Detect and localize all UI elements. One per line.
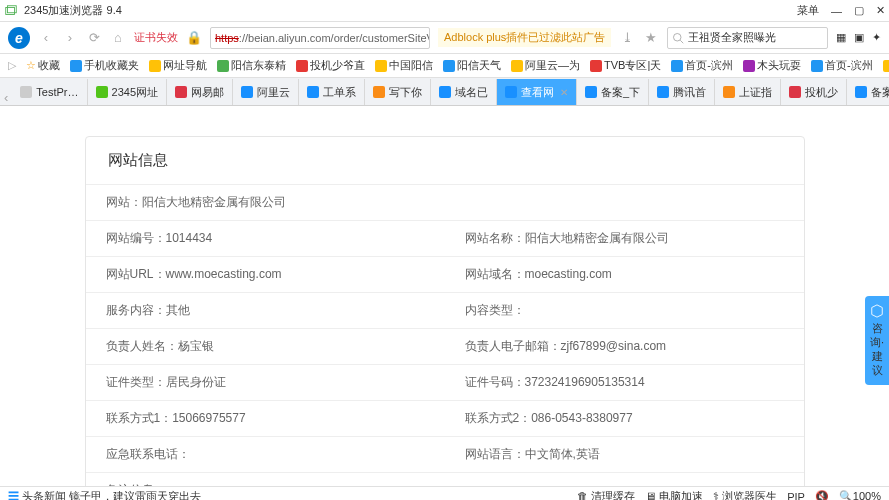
sparkle-icon[interactable]: ✦	[872, 31, 881, 44]
tab-label: TestPr…	[36, 86, 78, 98]
home-button[interactable]: ⌂	[110, 30, 126, 45]
url-input[interactable]: https://beian.aliyun.com/order/customerS…	[210, 27, 430, 49]
tab-label: 写下你	[389, 85, 422, 100]
help-float-button[interactable]: 咨询·建议	[865, 296, 889, 385]
tab-favicon	[585, 86, 597, 98]
tab-favicon	[723, 86, 735, 98]
news-icon[interactable]: ☰ 头条新闻	[8, 490, 66, 500]
reload-button[interactable]: ⟳	[86, 30, 102, 45]
pip-toggle[interactable]: PIP	[787, 491, 805, 501]
tab-label: 网易邮	[191, 85, 224, 100]
search-icon	[672, 32, 684, 44]
grid-icon[interactable]: ▦	[836, 31, 846, 44]
close-button[interactable]: ✕	[876, 4, 885, 17]
browser-tab[interactable]: 工单系	[299, 79, 365, 105]
phone2: 联系方式2：086-0543-8380977	[445, 401, 804, 436]
browser-tab[interactable]: 备案_下	[577, 79, 649, 105]
bookmark-item[interactable]: 阿里云—为	[511, 58, 580, 73]
browser-tab[interactable]: 查看网✕	[497, 79, 577, 105]
window-title: 2345加速浏览器 9.4	[24, 3, 122, 18]
id-number: 证件号码：372324196905135314	[445, 365, 804, 400]
mute-icon[interactable]: 🔇	[815, 490, 829, 500]
tabs-scroll-left[interactable]: ‹	[0, 90, 12, 105]
tab-favicon	[373, 86, 385, 98]
bookmark-item[interactable]: 中国阳信	[375, 58, 433, 73]
menu-link[interactable]: 菜单	[797, 3, 819, 18]
cube-icon	[870, 304, 884, 318]
browser-tab[interactable]: 2345网址	[88, 79, 167, 105]
tab-favicon	[20, 86, 32, 98]
bookmark-item[interactable]: TVB专区|天	[590, 58, 661, 73]
bookmark-item[interactable]: 手机收藏夹	[70, 58, 139, 73]
emergency-phone: 应急联系电话：	[86, 437, 445, 472]
tab-favicon	[855, 86, 867, 98]
site-lang: 网站语言：中文简体,英语	[445, 437, 804, 472]
bookmark-item[interactable]: 首页-滨州	[671, 58, 733, 73]
download-icon[interactable]: ⤓	[619, 30, 635, 45]
tab-label: 查看网	[521, 85, 554, 100]
browser-logo-icon[interactable]: e	[8, 27, 30, 49]
ext-icon[interactable]: ▣	[854, 31, 864, 44]
site-info-card: 网站信息 网站：阳信大地精密金属有限公司 网站编号：1014434网站名称：阳信…	[85, 136, 805, 486]
remarks: 备注信息：	[86, 473, 804, 486]
browser-doctor[interactable]: ⚕ 浏览器医生	[713, 489, 777, 500]
help-float-label: 咨询·建议	[869, 321, 885, 377]
tab-label: 腾讯首	[673, 85, 706, 100]
restore-icon[interactable]	[4, 4, 18, 18]
bookmark-item[interactable]: 阳信东泰精	[217, 58, 286, 73]
tab-close-icon[interactable]: ✕	[560, 87, 568, 98]
status-text: 镜子甲，建议雷雨天穿出去	[69, 490, 201, 500]
site-id: 网站编号：1014434	[86, 221, 445, 256]
search-input[interactable]: 王祖贤全家照曝光	[667, 27, 828, 49]
maximize-button[interactable]: ▢	[854, 4, 864, 17]
browser-tab[interactable]: 投机少	[781, 79, 847, 105]
svg-point-2	[674, 33, 682, 41]
tab-strip: ‹ TestPr…2345网址网易邮阿里云工单系写下你域名已查看网✕备案_下腾讯…	[0, 78, 889, 106]
bookmark-item[interactable]: 投机少爷直	[296, 58, 365, 73]
tab-favicon	[96, 86, 108, 98]
service-content: 服务内容：其他	[86, 293, 445, 328]
bookmarks-bar: ▷ ☆收藏 手机收藏夹 网址导航 阳信东泰精 投机少爷直 中国阳信 阳信天气 阿…	[0, 54, 889, 78]
site-domain: 网站域名：moecasting.com	[445, 257, 804, 292]
url-proto: https	[215, 32, 239, 44]
browser-tab[interactable]: 腾讯首	[649, 79, 715, 105]
id-type: 证件类型：居民身份证	[86, 365, 445, 400]
browser-tab[interactable]: 阿里云	[233, 79, 299, 105]
adblock-notice[interactable]: Adblock plus插件已过滤此站广告	[438, 28, 611, 47]
svg-line-3	[681, 40, 684, 43]
tab-label: 工单系	[323, 85, 356, 100]
address-bar: e ‹ › ⟳ ⌂ 证书失效 🔒 https://beian.aliyun.co…	[0, 22, 889, 54]
pc-boost[interactable]: 🖥 电脑加速	[645, 489, 703, 500]
toolbar-tools: ▦ ▣ ✦	[836, 31, 881, 44]
tab-label: 备案-下	[871, 85, 889, 100]
tab-label: 阿里云	[257, 85, 290, 100]
fav-label[interactable]: ☆收藏	[26, 58, 60, 73]
window-titlebar: 2345加速浏览器 9.4 菜单 — ▢ ✕	[0, 0, 889, 22]
browser-tab[interactable]: 域名已	[431, 79, 497, 105]
page-content: 网站信息 网站：阳信大地精密金属有限公司 网站编号：1014434网站名称：阳信…	[0, 106, 889, 486]
bookmark-item[interactable]: 网址导航	[149, 58, 207, 73]
browser-tab[interactable]: 上证指	[715, 79, 781, 105]
bookmark-item[interactable]: 阳信天气	[443, 58, 501, 73]
phone1: 联系方式1：15066975577	[86, 401, 445, 436]
browser-tab[interactable]: 写下你	[365, 79, 431, 105]
contact-email: 负责人电子邮箱：zjf67899@sina.com	[445, 329, 804, 364]
back-button[interactable]: ‹	[38, 30, 54, 45]
zoom-level[interactable]: 🔍100%	[839, 490, 881, 500]
site-info-table: 网站：阳信大地精密金属有限公司 网站编号：1014434网站名称：阳信大地精密金…	[86, 184, 804, 486]
site-name-row: 网站：阳信大地精密金属有限公司	[86, 185, 804, 220]
tab-favicon	[241, 86, 253, 98]
star-icon[interactable]: ★	[643, 30, 659, 45]
tab-label: 上证指	[739, 85, 772, 100]
browser-tab[interactable]: TestPr…	[12, 79, 87, 105]
forward-button[interactable]: ›	[62, 30, 78, 45]
bookmark-item[interactable]: 首页-滨州	[811, 58, 873, 73]
bookmark-item[interactable]: 阿里云—为	[883, 58, 889, 73]
tab-favicon	[789, 86, 801, 98]
browser-tab[interactable]: 备案-下	[847, 79, 889, 105]
browser-tab[interactable]: 网易邮	[167, 79, 233, 105]
minimize-button[interactable]: —	[831, 5, 842, 17]
clear-cache[interactable]: 🗑 清理缓存	[577, 489, 635, 500]
expand-icon[interactable]: ▷	[8, 59, 16, 72]
bookmark-item[interactable]: 木头玩耍	[743, 58, 801, 73]
